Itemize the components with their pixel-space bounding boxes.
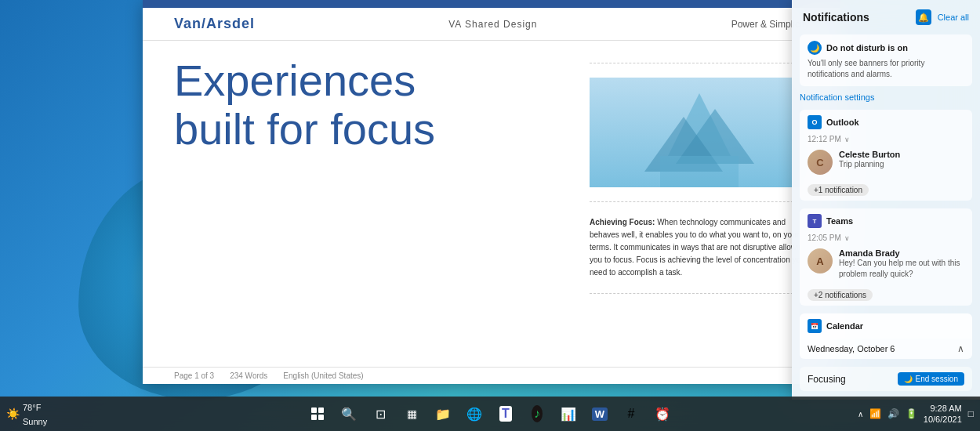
doc-header: Van/Arsdel VA Shared Design Power & Simp… [143, 8, 840, 41]
teams-app-header: T Teams [800, 208, 972, 234]
file-explorer-icon: 📁 [435, 407, 451, 422]
dnd-section: 🌙 Do not disturb is on You'll only see b… [800, 34, 972, 86]
outlook-notification-group: O Outlook 12:12 PM ∨ C Celeste Burton Tr… [800, 110, 972, 201]
taskbar-weather[interactable]: ☀️ 78°F Sunny [6, 400, 47, 428]
notification-panel: Notifications 🔔 Clear all 🌙 Do not distu… [792, 0, 980, 400]
notification-settings-link[interactable]: Notification settings [792, 89, 980, 107]
outlook-app-left: O Outlook [808, 115, 859, 129]
notification-bell-icon[interactable]: 🔔 [916, 9, 931, 25]
clear-all-button[interactable]: Clear all [938, 13, 969, 22]
teams-chevron-icon[interactable]: ∨ [844, 234, 850, 242]
taskbar-expand-icon[interactable]: ∧ [858, 410, 863, 418]
calendar-app-name: Calendar [826, 321, 863, 331]
doc-heading: Experiences built for focus [174, 56, 574, 153]
doc-word-count: 234 Words [230, 371, 267, 380]
network-icon[interactable]: 📶 [869, 408, 881, 419]
doc-separator-bottom [590, 293, 809, 294]
outlook-time-row: 12:12 PM ∨ [800, 135, 972, 147]
calendar-date-row: Wednesday, October 6 ∧ [800, 339, 972, 359]
calendar-header: 📅 Calendar [800, 313, 972, 339]
search-icon: 🔍 [341, 407, 357, 422]
doc-image [590, 78, 809, 187]
notification-title: Notifications [803, 11, 869, 24]
doc-language: English (United States) [283, 371, 363, 380]
word-icon: W [592, 407, 608, 421]
doc-separator-mid [590, 201, 809, 202]
weather-temp: 78°F [23, 403, 41, 412]
taskbar-date: 10/6/2021 [924, 414, 962, 425]
calendar-chevron-icon[interactable]: ∧ [957, 343, 964, 354]
taskbar-time: 9:28 AM [924, 403, 962, 414]
calendar-app-left: 📅 Calendar [808, 319, 863, 333]
powerpoint-button[interactable]: 📊 [554, 400, 583, 428]
taskbar: ☀️ 78°F Sunny 🔍 ⊡ ▦ 📁 🌐 T [0, 397, 980, 431]
doc-image-svg [590, 78, 809, 187]
doc-content: Experiences built for focus [143, 41, 840, 367]
spotify-button[interactable]: ♪ [523, 400, 551, 428]
doc-footer: Page 1 of 3 234 Words English (United St… [143, 367, 840, 384]
doc-body-bold: Achieving Focus: [590, 218, 655, 226]
celeste-avatar: C [808, 150, 833, 175]
teams-sender: Amanda Brady [839, 248, 964, 258]
end-session-button[interactable]: 🌙 End session [898, 372, 964, 386]
notification-header: Notifications 🔔 Clear all [792, 0, 980, 31]
spotify-icon: ♪ [532, 405, 543, 422]
teams-time: 12:05 PM [808, 234, 841, 242]
windows-icon [311, 407, 324, 420]
clock-button[interactable]: ⏰ [648, 400, 677, 428]
outlook-chevron-icon[interactable]: ∨ [844, 136, 850, 143]
calendar-icon: 📅 [808, 319, 822, 333]
file-explorer-button[interactable]: 📁 [429, 400, 457, 428]
doc-body-content: When technology communicates and behaves… [590, 218, 807, 277]
slack-icon: # [628, 407, 635, 421]
word-toolbar [143, 0, 840, 8]
doc-heading-line1: Experiences [174, 56, 574, 105]
outlook-message: Trip planning [839, 159, 964, 170]
dnd-icon: 🌙 [808, 41, 822, 55]
word-button[interactable]: W [586, 400, 614, 428]
doc-main-text: Experiences built for focus [174, 56, 574, 351]
focusing-label: Focusing [808, 374, 846, 385]
dnd-description: You'll only see banners for priority not… [808, 58, 964, 80]
start-button[interactable] [303, 400, 332, 428]
weather-condition: Sunny [23, 417, 47, 426]
teams-notification-group: T Teams 12:05 PM ∨ A Amanda Brady Hey! C… [800, 208, 972, 306]
outlook-time: 12:12 PM [808, 135, 841, 143]
dnd-header: 🌙 Do not disturb is on [808, 41, 964, 55]
outlook-notification-item: C Celeste Burton Trip planning [800, 147, 972, 181]
doc-page-info: Page 1 of 3 [174, 371, 214, 380]
edge-button[interactable]: 🌐 [460, 400, 488, 428]
teams-app-left: T Teams [808, 214, 853, 228]
outlook-notification-body: Celeste Burton Trip planning [839, 150, 964, 175]
weather-icon: ☀️ [6, 407, 20, 420]
teams-time-row: 12:05 PM ∨ [800, 234, 972, 245]
outlook-sender: Celeste Burton [839, 150, 964, 159]
volume-icon[interactable]: 🔊 [887, 408, 899, 419]
search-button[interactable]: 🔍 [335, 400, 363, 428]
outlook-app-name: Outlook [826, 118, 859, 127]
widgets-icon: ▦ [407, 407, 417, 420]
battery-icon[interactable]: 🔋 [906, 408, 917, 419]
outlook-extra-badge[interactable]: +1 notification [808, 184, 869, 196]
teams-app-name: Teams [826, 216, 853, 226]
amanda-avatar: A [808, 248, 833, 273]
edge-icon: 🌐 [466, 407, 482, 422]
doc-right-column: Achieving Focus: When technology communi… [590, 56, 809, 351]
notification-taskbar-icon[interactable]: □ [968, 408, 974, 419]
teams-notification-body: Amanda Brady Hey! Can you help me out wi… [839, 248, 964, 280]
dnd-title: Do not disturb is on [826, 43, 908, 53]
taskview-button[interactable]: ⊡ [366, 400, 394, 428]
teams-taskbar-button[interactable]: T [492, 400, 520, 428]
taskbar-datetime[interactable]: 9:28 AM 10/6/2021 [924, 403, 962, 426]
widgets-button[interactable]: ▦ [397, 400, 426, 428]
taskbar-center-apps: 🔍 ⊡ ▦ 📁 🌐 T ♪ 📊 W # ⏰ [303, 400, 677, 428]
doc-separator-top [590, 63, 809, 63]
taskbar-right: ∧ 📶 🔊 🔋 9:28 AM 10/6/2021 □ [858, 403, 974, 426]
teams-taskbar-icon: T [499, 406, 512, 422]
doc-body-text: Achieving Focus: When technology communi… [590, 216, 809, 279]
slack-button[interactable]: # [617, 400, 645, 428]
notification-header-right: 🔔 Clear all [916, 9, 969, 25]
powerpoint-icon: 📊 [561, 407, 576, 422]
teams-extra-badge[interactable]: +2 notifications [808, 289, 873, 301]
end-session-label: End session [916, 375, 958, 383]
